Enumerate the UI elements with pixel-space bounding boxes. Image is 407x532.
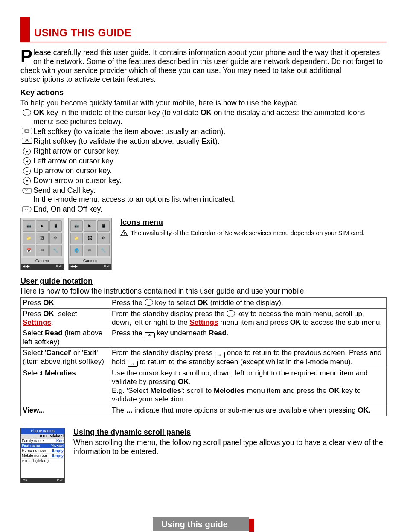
- left-softkey-text: Left softkey (to validate the item above…: [33, 127, 387, 136]
- left-arrow-icon: ◂: [23, 157, 31, 165]
- key-actions-intro: To help you become quickly familiar with…: [20, 99, 387, 108]
- up-arrow-icon: ▴: [23, 167, 31, 175]
- left-softkey-icon: [22, 128, 32, 134]
- key-row-down-arrow: ▾ Down arrow on cursor key.: [20, 176, 387, 185]
- key-row-up-arrow: ▴ Up arrow on cursor key.: [20, 166, 387, 175]
- ok-key-icon: [227, 310, 235, 317]
- icons-menu-note: The availability of the Calendar or Netw…: [131, 230, 365, 237]
- key-row-ok: OK key in the middle of the cursor key (…: [20, 108, 387, 126]
- svg-rect-1: [26, 139, 28, 141]
- table-row: Select Melodies Use the cursor key to sc…: [21, 368, 387, 405]
- notation-intro: Here is how to follow the instructions c…: [20, 287, 387, 296]
- phone-screen-exit-2: Exit: [104, 265, 110, 269]
- title-accent-block: [20, 17, 30, 42]
- table-row: Press OK Press the key to select OK (mid…: [21, 298, 387, 308]
- scroll-heading: Using the dynamic scroll panels: [73, 428, 387, 437]
- right-softkey-icon: ⌂: [128, 361, 138, 367]
- svg-rect-0: [25, 130, 29, 132]
- intro-paragraph: P lease carefully read this user guide. …: [20, 48, 387, 84]
- right-arrow-icon: ▸: [23, 148, 31, 155]
- warning-icon: [120, 230, 128, 238]
- send-call-text: Send and Call key.: [33, 186, 96, 195]
- notation-table: Press OK Press the key to select OK (mid…: [20, 297, 387, 416]
- scroll-panel-screenshot: Phone names KITE Mickael Family nameKite…: [20, 428, 65, 483]
- end-key-icon: [22, 206, 32, 215]
- end-key-text: End, On and Off key.: [33, 205, 387, 214]
- icons-menu-section: 📷▶📱 📁🖼⚙ 📅✉🔧 Camera ◀●▶Exit 📷▶📱 📁🖼⚙ 🌐✉🔧 C…: [20, 218, 387, 270]
- ok-bold-2: OK: [201, 108, 212, 117]
- settings-link[interactable]: Settings: [23, 318, 51, 326]
- drop-cap: P: [20, 48, 33, 64]
- footer-label: Using this guide: [153, 517, 249, 531]
- phone-screen-exit-1: Exit: [56, 265, 62, 269]
- left-arrow-text: Left arrow on cursor key.: [33, 157, 387, 166]
- send-call-key-icon: [22, 187, 32, 196]
- svg-point-3: [124, 235, 125, 235]
- key-row-send-call: Send and Call key. In the i-mode menu: a…: [20, 186, 387, 204]
- right-soft-post: ).: [215, 137, 220, 145]
- scroll-header: Phone names: [21, 428, 64, 434]
- ok-key-icon: [145, 299, 153, 306]
- key-row-right-softkey: Right softkey (to validate the action ab…: [20, 137, 387, 146]
- table-row: Select Read (item above left softkey) Pr…: [21, 328, 387, 348]
- key-row-right-arrow: ▸ Right arrow on cursor key.: [20, 147, 387, 156]
- ok-key-icon: [23, 109, 31, 116]
- left-softkey-icon: ✉: [145, 332, 155, 338]
- down-arrow-text: Down arrow on cursor key.: [33, 176, 387, 185]
- footer-accent: [249, 519, 254, 532]
- icons-menu-heading: Icons menu: [120, 218, 387, 227]
- table-row: Select 'Cancel' or 'Exit' (item above ri…: [21, 348, 387, 368]
- right-softkey-icon: ⌂: [215, 352, 225, 358]
- phone-screen-1: 📷▶📱 📁🖼⚙ 📅✉🔧 Camera ◀●▶Exit: [20, 218, 64, 270]
- scroll-panels-section: Phone names KITE Mickael Family nameKite…: [20, 428, 387, 483]
- right-arrow-text: Right arrow on cursor key.: [33, 147, 387, 156]
- right-soft-pre: Right softkey (to validate the action ab…: [33, 137, 201, 145]
- send-call-text-2: In the i-mode menu: access to an options…: [33, 195, 235, 203]
- notation-heading: User guide notation: [20, 277, 387, 286]
- settings-link[interactable]: Settings: [189, 318, 218, 326]
- phone-screen-2: 📷▶📱 📁🖼⚙ 🌐✉🔧 Camera ◀●▶Exit: [68, 218, 112, 270]
- key-actions-heading: Key actions: [20, 88, 387, 98]
- ok-bold: OK: [33, 108, 44, 117]
- phone-screen-label-2: Camera: [69, 258, 111, 264]
- intro-text: lease carefully read this user guide. It…: [20, 48, 383, 84]
- title-bar: USING THIS GUIDE: [20, 17, 387, 42]
- table-row: View... The ... indicate that more optio…: [21, 405, 387, 416]
- up-arrow-text: Up arrow on cursor key.: [33, 166, 387, 175]
- right-soft-bold: Exit: [201, 137, 215, 145]
- key-row-end-key: End, On and Off key.: [20, 205, 387, 215]
- key-row-left-softkey: Left softkey (to validate the item above…: [20, 127, 387, 136]
- scroll-subheader: KITE Mickael: [21, 434, 64, 439]
- ok-text-1: key in the middle of the cursor key (to …: [44, 108, 201, 117]
- table-row: Press OK. select Settings. From the stan…: [21, 308, 387, 328]
- phone-screen-label-1: Camera: [21, 258, 64, 264]
- key-row-left-arrow: ◂ Left arrow on cursor key.: [20, 157, 387, 166]
- right-softkey-icon: [22, 138, 32, 144]
- scroll-text: When scrolling the menu, the following s…: [73, 438, 387, 456]
- page-title: USING THIS GUIDE: [34, 27, 131, 42]
- page-footer: Using this guide: [20, 517, 387, 532]
- down-arrow-icon: ▾: [23, 177, 31, 185]
